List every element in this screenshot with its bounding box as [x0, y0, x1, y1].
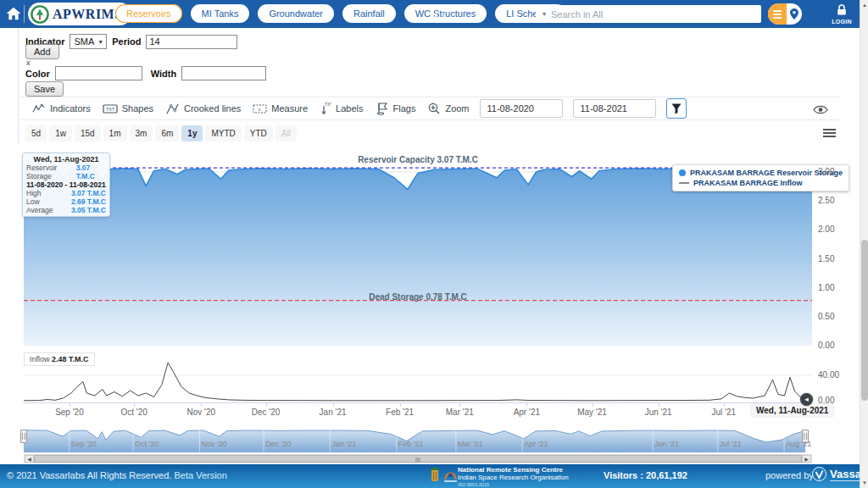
- tooltip-high-value: 3.07 T.M.C: [71, 189, 106, 197]
- main-nav: Reservoirs MI Tanks Groundwater Rainfall…: [115, 4, 566, 23]
- flag-icon: [376, 102, 389, 115]
- save-button[interactable]: Save: [25, 81, 64, 97]
- tooltip-high-label: High: [26, 189, 41, 197]
- tool-label: Zoom: [445, 103, 469, 114]
- y-tick-label: 2.50: [818, 196, 834, 205]
- date-to-input[interactable]: [573, 99, 656, 118]
- tool-zoom[interactable]: Zoom: [427, 102, 469, 115]
- navigator-left-handle[interactable]: [20, 430, 27, 443]
- x-axis-tick: [201, 402, 202, 407]
- dead-storage-label: Dead Storage 0.78 T.M.C: [24, 292, 812, 302]
- range-15d[interactable]: 15d: [75, 125, 101, 141]
- home-icon[interactable]: [6, 7, 21, 20]
- x-axis-tick: [526, 402, 527, 407]
- range-ytd[interactable]: YTD: [244, 125, 273, 141]
- header-divider: [24, 5, 25, 23]
- range-mytd[interactable]: MYTD: [205, 125, 241, 141]
- visibility-toggle[interactable]: [813, 103, 828, 119]
- color-input[interactable]: [55, 66, 142, 80]
- add-button[interactable]: Add: [25, 44, 59, 59]
- x-axis-tick: [134, 402, 135, 407]
- x-cursor-date-label: Wed, 11-Aug-2021: [751, 404, 833, 417]
- nav-rainfall[interactable]: Rainfall: [342, 4, 396, 23]
- range-6m[interactable]: 6m: [155, 125, 179, 141]
- isro-logo-icon: [443, 468, 458, 483]
- x-axis-tick: [333, 402, 334, 407]
- tool-label: Shapes: [122, 103, 153, 114]
- range-1m[interactable]: 1m: [103, 125, 127, 141]
- scrollbar-grip-icon: [416, 458, 420, 462]
- scroll-down-arrow-icon[interactable]: ▼: [860, 478, 868, 488]
- tool-shapes[interactable]: TXT Shapes: [103, 103, 153, 115]
- y-tick-label: 1.50: [818, 254, 834, 263]
- tool-label: Measure: [271, 103, 308, 114]
- org-line2: Indian Space Research Organisation: [458, 474, 569, 482]
- brand-title: APWRIMS: [53, 7, 123, 22]
- horizontal-scrollbar-thumb[interactable]: [34, 455, 802, 463]
- copyright: © 2021 Vassarlabs: [7, 470, 85, 480]
- vertical-scrollbar-thumb[interactable]: [861, 240, 868, 401]
- pane-resize-handle[interactable]: ◂: [800, 393, 813, 406]
- width-label: Width: [151, 69, 176, 79]
- navigator-month-label: Nov '20: [201, 440, 226, 448]
- chart-context-menu-icon[interactable]: [823, 127, 836, 139]
- indicator-select-value: SMA: [74, 36, 94, 47]
- navigator-month-label: Jul '21: [720, 440, 742, 448]
- vassar-shield-icon: [812, 467, 826, 481]
- rights: All Rights Reserved.: [87, 470, 172, 480]
- tool-indicators[interactable]: Indicators: [31, 103, 91, 115]
- period-label: Period: [112, 36, 141, 47]
- indicator-select[interactable]: SMA ▼: [70, 34, 107, 49]
- copyright-text: © 2021 Vassarlabs All Rights Reserved. B…: [7, 470, 227, 480]
- range-1w[interactable]: 1w: [49, 125, 72, 141]
- navigator-month-label: Dec '20: [265, 440, 291, 448]
- x-axis-tick: [266, 402, 267, 407]
- org-line3: ISO 9001:2015: [458, 481, 569, 488]
- range-1y-selected[interactable]: 1y: [181, 125, 203, 141]
- y-tick-label: 2.00: [818, 225, 834, 234]
- page-vertical-scrollbar[interactable]: ▲ ▼: [860, 0, 868, 488]
- more-menu-icon[interactable]: ⋮: [431, 6, 442, 19]
- nav-wc-structures[interactable]: WC Structures: [404, 4, 487, 23]
- legend-inflow[interactable]: PRAKASAM BARRAGE Inflow: [679, 178, 843, 188]
- zoom-icon: [427, 102, 441, 115]
- style-row: Color Width: [25, 66, 266, 80]
- india-emblem-icon: [430, 468, 440, 483]
- tool-crooked-lines[interactable]: Crooked lines: [165, 103, 241, 115]
- scroll-right-arrow-icon[interactable]: ▶: [802, 455, 811, 463]
- nav-mi-tanks[interactable]: MI Tanks: [191, 4, 250, 23]
- labels-icon: TXT: [320, 102, 331, 115]
- search-scope-caret-icon[interactable]: ▾: [536, 10, 551, 18]
- filter-button[interactable]: [666, 98, 687, 119]
- date-from-input[interactable]: [480, 99, 563, 118]
- svg-text:x: x: [259, 107, 261, 112]
- login-label: LOGIN: [827, 19, 856, 25]
- beta-version-link[interactable]: Beta Version: [174, 470, 226, 480]
- x-axis: [24, 402, 812, 403]
- login-button[interactable]: LOGIN: [827, 3, 856, 25]
- width-input[interactable]: [181, 66, 266, 80]
- tool-label: Indicators: [50, 103, 91, 114]
- tool-flags[interactable]: Flags: [376, 102, 416, 115]
- map-view-button[interactable]: [787, 3, 802, 25]
- inflow-chart[interactable]: [24, 356, 812, 403]
- tool-labels[interactable]: TXT Labels: [320, 102, 363, 115]
- tool-label: Flags: [393, 103, 416, 114]
- page: APWRIMS Reservoirs MI Tanks Groundwater …: [0, 0, 868, 488]
- range-3m[interactable]: 3m: [130, 125, 153, 141]
- search-input[interactable]: [551, 9, 761, 19]
- period-input[interactable]: [146, 35, 237, 49]
- range-5d[interactable]: 5d: [25, 125, 47, 141]
- tooltip-series-value: 3.07 T.M.C: [76, 164, 106, 180]
- scroll-left-arrow-icon[interactable]: ◀: [25, 455, 34, 463]
- tooltip-average-value: 3.05 T.M.C: [71, 206, 106, 214]
- list-view-button[interactable]: [768, 3, 787, 25]
- scroll-up-arrow-icon[interactable]: ▲: [860, 0, 868, 10]
- color-label: Color: [25, 69, 50, 79]
- visitors-counter: Visitors : 20,61,192: [604, 470, 687, 480]
- x-axis-label: Jun '21: [645, 408, 672, 417]
- tool-measure[interactable]: x Measure: [253, 103, 308, 115]
- horizontal-scrollbar[interactable]: ◀ ▶: [24, 454, 812, 463]
- nav-groundwater[interactable]: Groundwater: [258, 4, 334, 23]
- nav-reservoirs[interactable]: Reservoirs: [115, 4, 182, 23]
